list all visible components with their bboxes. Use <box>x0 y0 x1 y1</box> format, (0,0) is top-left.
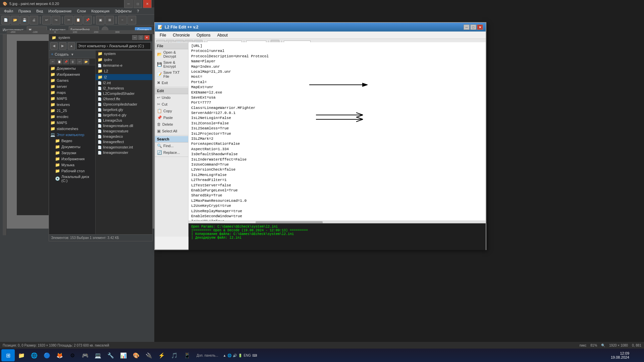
fm-tree-item[interactable]: 📁maps <box>49 89 95 96</box>
fm-tree-item[interactable]: 📁Видео <box>49 138 95 144</box>
fm-file-item[interactable]: 📁system <box>96 51 152 57</box>
fm-file-item[interactable]: 📄l2.int <box>96 80 152 85</box>
menu-corrections[interactable]: Коррекция <box>89 8 112 14</box>
maximize-button[interactable]: □ <box>133 0 142 8</box>
side-replace[interactable]: 🔄 Replace... <box>155 149 188 156</box>
taskbar-app-5[interactable]: 📊 <box>117 349 129 361</box>
menu-effects[interactable]: Эффекты <box>112 8 134 14</box>
fm-file-item[interactable]: 📁L2 <box>96 68 152 74</box>
fm-file-item[interactable]: 📄l2precompiledshader <box>96 102 152 107</box>
fm-forward[interactable]: ▶ <box>59 42 66 50</box>
zoom-out-btn[interactable]: − <box>118 16 127 24</box>
fm-tree-item[interactable]: 📁encdec <box>49 114 95 120</box>
l2fe-menu-chronicle[interactable]: Chronicle <box>169 32 193 38</box>
fm-file-item[interactable]: 📄Lineage2us <box>96 118 152 123</box>
close-button[interactable]: ✕ <box>143 0 152 8</box>
side-paste[interactable]: 📌 Paste <box>155 114 188 121</box>
select-all-btn[interactable]: ▣ <box>96 16 105 24</box>
tree-btn-3[interactable]: 📌 <box>63 59 69 64</box>
taskbar-firefox[interactable]: 🦊 <box>54 349 66 361</box>
fm-tree-item[interactable]: 📁Музыка <box>49 162 95 168</box>
fm-tree-item[interactable]: 📁MAPS <box>49 120 95 126</box>
fm-create-btn[interactable]: + Создать ▼ <box>49 51 95 58</box>
fm-tree-item[interactable]: 📁Загрузки <box>49 150 95 156</box>
open-btn[interactable]: 📂 <box>11 16 19 24</box>
fm-tree-item[interactable]: 💻Этот компьютер <box>49 132 95 138</box>
side-undo[interactable]: ↩ Undo <box>155 94 188 101</box>
fm-file-item[interactable]: 📄L2CompiledShader <box>96 91 152 96</box>
menu-help[interactable]: ? <box>134 8 142 14</box>
zoom-in-btn[interactable]: + <box>127 16 136 24</box>
show-desktop-btn[interactable] <box>633 349 643 361</box>
fm-file-item[interactable]: 📁ipdrv <box>96 57 152 63</box>
l2fe-minimize[interactable]: ─ <box>464 24 470 30</box>
taskbar-app-1[interactable]: ⚙ <box>66 349 78 361</box>
fm-file-item[interactable]: 📄lineagemonster <box>96 150 152 155</box>
crop-btn[interactable]: ⊠ <box>105 16 114 24</box>
taskbar-app-6[interactable]: 🎨 <box>130 349 142 361</box>
paste-btn[interactable]: 📌 <box>83 16 92 24</box>
fm-tree-item[interactable]: 📁21_25 <box>49 108 95 114</box>
taskbar-app-9[interactable]: 🎵 <box>168 349 180 361</box>
fm-tree-item[interactable]: 📁Документы <box>49 144 95 150</box>
new-btn[interactable]: 📄 <box>1 16 10 24</box>
taskbar-app-2[interactable]: 🎮 <box>79 349 91 361</box>
fm-minimize[interactable]: ─ <box>132 35 138 40</box>
fm-file-item[interactable]: 📁l2 <box>96 74 152 80</box>
fm-tree-item[interactable]: 📁Изображения <box>49 156 95 162</box>
fm-close[interactable]: ✕ <box>144 35 150 40</box>
fm-file-item[interactable]: 📄l2forecf.ffe <box>96 96 152 102</box>
fm-back[interactable]: ◀ <box>50 42 58 50</box>
menu-view[interactable]: Вид <box>34 8 46 14</box>
side-delete[interactable]: 🗑 Delete <box>155 121 188 128</box>
menu-layers[interactable]: Слои <box>74 8 89 14</box>
taskbar-app-7[interactable]: 🔌 <box>143 349 155 361</box>
fm-tree-item[interactable]: 📁server <box>49 83 95 89</box>
print-btn[interactable]: 🖨 <box>30 16 38 24</box>
save-btn[interactable]: 💾 <box>20 16 29 24</box>
fm-tree-item[interactable]: 📁Изображения <box>49 71 95 77</box>
copy-btn[interactable]: 📋 <box>74 16 83 24</box>
fm-file-item[interactable]: 📄l2_frameless <box>96 85 152 91</box>
fm-file-item[interactable]: 📄largefont.gly <box>96 107 152 112</box>
fm-file-item[interactable]: 📄lineagecreature <box>96 128 152 134</box>
fm-up[interactable]: ▲ <box>68 42 75 50</box>
fm-file-item[interactable]: 📄lineagecreature.dll <box>96 123 152 128</box>
side-save-encrypt[interactable]: 💾 Save & Encrypt <box>155 59 188 69</box>
fm-tree-item[interactable]: 📁MAPS <box>49 96 95 102</box>
taskbar-file-explorer[interactable]: 📁 <box>15 349 28 361</box>
fm-tree-item[interactable]: 📁staticmeshes <box>49 126 95 132</box>
l2fe-menu-about[interactable]: About <box>214 32 231 38</box>
fm-tree-item[interactable]: 📁Games <box>49 77 95 83</box>
taskbar-edge[interactable]: 🌐 <box>28 349 40 361</box>
side-cut[interactable]: ✂ Cut <box>155 101 188 108</box>
tree-btn-2[interactable]: 📋 <box>56 59 62 64</box>
l2fe-maximize[interactable]: □ <box>470 24 476 30</box>
taskbar-app-10[interactable]: 📱 <box>181 349 193 361</box>
menu-edit[interactable]: Правка <box>16 8 34 14</box>
fm-tree-item[interactable]: 📁Рабочий стол <box>49 168 95 174</box>
tray-arrow[interactable]: ▲ <box>223 354 226 357</box>
taskbar-app-3[interactable]: 💻 <box>92 349 104 361</box>
fm-address-bar[interactable] <box>76 42 151 50</box>
taskbar-clock[interactable]: 12:09 19.08.2024 <box>611 351 632 359</box>
fm-tree-item[interactable]: 📁Документы <box>49 65 95 71</box>
l2fe-menu-options[interactable]: Options <box>193 32 214 38</box>
tree-btn-4[interactable]: 🗑 <box>70 59 76 64</box>
fm-file-item[interactable]: 📄lineageeffect <box>96 139 152 144</box>
side-exit[interactable]: ✖ Exit <box>155 79 188 86</box>
minimize-button[interactable]: ─ <box>124 0 133 8</box>
side-save-txt[interactable]: 📝 Save TXT File <box>155 69 188 79</box>
undo-btn[interactable]: ↩ <box>42 16 51 24</box>
side-copy[interactable]: 📋 Copy <box>155 108 188 114</box>
fm-maximize[interactable]: □ <box>138 35 144 40</box>
side-find[interactable]: 🔍 Find... <box>155 142 188 149</box>
menu-image[interactable]: Изображение <box>46 8 74 14</box>
taskbar-app-8[interactable]: ⚡ <box>156 349 168 361</box>
fm-tree-item[interactable]: 📁textures <box>49 102 95 108</box>
fm-tree-item[interactable]: 💿Локальный диск (C:) <box>49 174 95 183</box>
menu-file[interactable]: Файл <box>1 8 16 14</box>
fm-file-item[interactable]: 📄lineagemonster.int <box>96 144 152 150</box>
tree-btn-6[interactable]: 📂 <box>83 59 89 64</box>
redo-btn[interactable]: ↪ <box>52 16 60 24</box>
